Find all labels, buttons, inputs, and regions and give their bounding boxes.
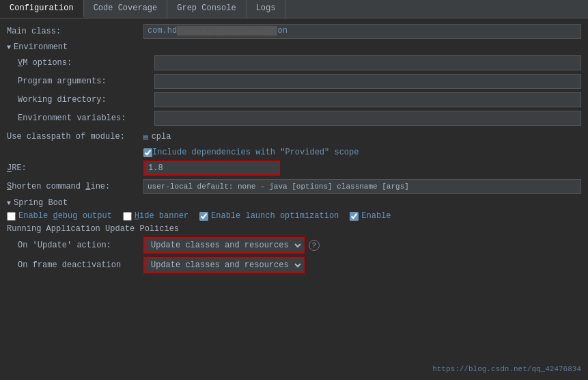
jre-row: JRE: xyxy=(7,161,581,176)
env-collapse-icon[interactable]: ▼ xyxy=(7,44,11,51)
main-class-value-prefix: com.hd xyxy=(148,26,177,36)
shorten-label: Shorten command line: xyxy=(7,182,143,191)
watermark: https://blog.csdn.net/qq_42476834 xyxy=(432,365,581,373)
spring-boot-section: ▼ Spring Boot Enable debug output Hide b… xyxy=(7,198,581,273)
shorten-row: Shorten command line: xyxy=(7,179,581,194)
tab-configuration[interactable]: Configuration xyxy=(0,0,84,18)
main-class-masked: ████████████████ xyxy=(177,26,277,36)
program-args-input[interactable] xyxy=(154,74,581,89)
program-args-row: Program arguments: xyxy=(18,74,581,89)
include-dep-row: Include dependencies with "Provided" sco… xyxy=(7,148,581,157)
on-update-select[interactable]: Update classes and resources xyxy=(143,237,305,254)
on-frame-label: On frame deactivation xyxy=(7,260,143,270)
vm-options-row: VM options: xyxy=(18,55,581,70)
env-vars-row: Environment variables: xyxy=(18,111,581,126)
tab-logs[interactable]: Logs xyxy=(247,0,286,18)
module-row: ▤ cpla xyxy=(143,132,171,141)
tab-bar: Configuration Code Coverage Grep Console… xyxy=(0,0,588,18)
environment-label: Environment xyxy=(14,42,68,52)
main-class-value-suffix: on xyxy=(277,26,287,36)
main-class-label: Main class: xyxy=(7,27,143,36)
hide-banner-checkbox[interactable] xyxy=(123,212,132,221)
working-dir-label: Working directory: xyxy=(18,95,154,105)
vm-options-input[interactable] xyxy=(154,55,581,70)
module-icon: ▤ xyxy=(143,133,148,141)
hide-banner-label: Hide banner xyxy=(135,211,188,221)
shorten-input[interactable] xyxy=(143,179,581,194)
include-dep-checkbox[interactable] xyxy=(143,148,152,157)
spring-options-row: Enable debug output Hide banner Enable l… xyxy=(7,211,581,221)
jre-label: JRE: xyxy=(7,163,143,173)
enable-launch-checkbox[interactable] xyxy=(199,212,208,221)
on-frame-row: On frame deactivation Update classes and… xyxy=(7,257,581,273)
enable-checkbox[interactable] xyxy=(350,212,359,221)
enable-debug-label: Enable debug output xyxy=(18,211,112,221)
environment-fields: VM options: Program arguments: Working d… xyxy=(7,55,581,126)
include-dep-label: Include dependencies with "Provided" sco… xyxy=(152,148,359,157)
on-update-help-icon[interactable]: ? xyxy=(309,240,320,251)
env-vars-input[interactable] xyxy=(154,111,581,126)
program-args-label: Program arguments: xyxy=(18,77,154,86)
jre-input[interactable] xyxy=(143,161,280,176)
enable-item: Enable xyxy=(350,211,391,221)
on-update-label: On 'Update' action: xyxy=(7,241,143,250)
main-class-input[interactable]: com.hd████████████████on xyxy=(143,24,581,39)
hide-banner-item: Hide banner xyxy=(123,211,188,221)
on-frame-select-wrap: Update classes and resources xyxy=(143,257,581,273)
tab-grep-console[interactable]: Grep Console xyxy=(167,0,246,18)
spring-collapse-icon[interactable]: ▼ xyxy=(7,200,11,207)
working-dir-input[interactable] xyxy=(154,92,581,107)
vm-options-label: VM options: xyxy=(18,58,154,68)
enable-launch-item: Enable launch optimization xyxy=(199,211,339,221)
running-app-label: Running Application Update Policies xyxy=(7,224,581,234)
enable-launch-label: Enable launch optimization xyxy=(211,211,339,221)
env-vars-label: Environment variables: xyxy=(18,113,154,123)
classpath-module-value: cpla xyxy=(152,132,171,141)
enable-debug-checkbox[interactable] xyxy=(7,212,16,221)
tab-code-coverage[interactable]: Code Coverage xyxy=(84,0,168,18)
spring-boot-label: Spring Boot xyxy=(14,198,68,208)
on-update-row: On 'Update' action: Update classes and r… xyxy=(7,237,581,254)
on-update-select-wrap: Update classes and resources ? xyxy=(143,237,581,254)
config-content: Main class: com.hd████████████████on ▼ E… xyxy=(0,18,588,282)
enable-debug-item: Enable debug output xyxy=(7,211,112,221)
classpath-label: Use classpath of module: xyxy=(7,132,143,141)
environment-section: ▼ Environment xyxy=(7,42,581,52)
on-frame-select[interactable]: Update classes and resources xyxy=(143,257,305,273)
working-dir-row: Working directory: xyxy=(18,92,581,107)
enable-label: Enable xyxy=(361,211,391,221)
spring-boot-header: ▼ Spring Boot xyxy=(7,198,581,208)
main-class-row: Main class: com.hd████████████████on xyxy=(7,24,581,39)
classpath-row: Use classpath of module: ▤ cpla xyxy=(7,129,581,144)
